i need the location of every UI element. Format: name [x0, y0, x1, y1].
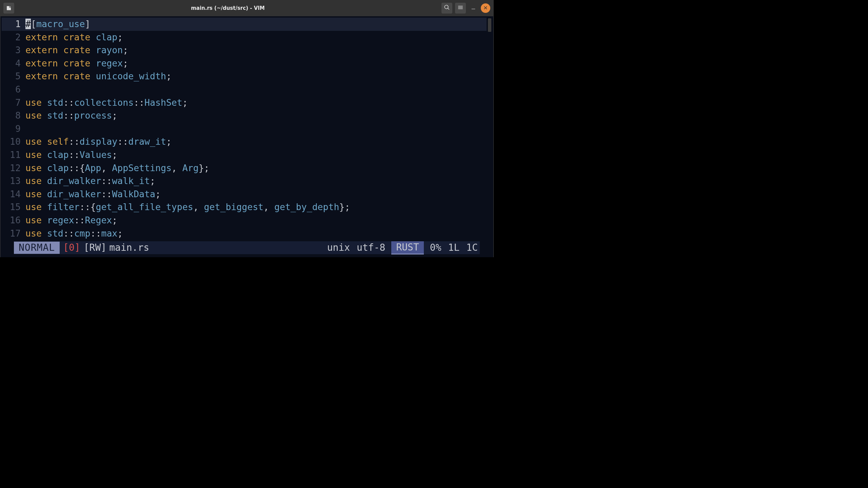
search-button[interactable]	[441, 3, 452, 14]
line-number-gutter: 14	[2, 188, 25, 201]
close-icon	[483, 5, 488, 12]
code-content[interactable]: use std::collections::HashSet;	[25, 96, 487, 109]
line-number-gutter: 10	[2, 135, 25, 148]
line-number-gutter: 8	[2, 109, 25, 122]
code-content[interactable]: use clap::{App, AppSettings, Arg};	[25, 162, 487, 175]
line-number-gutter: 3	[2, 44, 25, 57]
line-number-gutter: 9	[2, 122, 25, 136]
minimize-button[interactable]	[469, 3, 478, 13]
line-number-gutter: 17	[2, 227, 25, 240]
desktop-background	[0, 257, 494, 267]
code-line[interactable]: 4extern crate regex;	[2, 57, 487, 70]
code-line[interactable]: 8use std::process;	[2, 109, 487, 122]
scroll-percent: 0%	[427, 243, 445, 252]
code-line[interactable]: 6	[2, 83, 487, 96]
code-content[interactable]: use dir_walker::walk_it;	[25, 175, 487, 188]
code-content[interactable]	[25, 122, 487, 136]
code-line[interactable]: 9	[2, 122, 487, 136]
line-number-gutter: 6	[2, 83, 25, 96]
code-content[interactable]: #[macro_use]	[25, 18, 487, 31]
column-number: 1C	[463, 243, 480, 252]
line-number-gutter: 7	[2, 96, 25, 109]
statusline: NORMAL [0] [RW] main.rs unix utf-8 RUST …	[14, 241, 480, 254]
code-line[interactable]: 3extern crate rayon;	[2, 44, 487, 57]
code-line[interactable]: 5extern crate unicode_width;	[2, 70, 487, 83]
code-content[interactable]: use std::process;	[25, 109, 487, 122]
code-content[interactable]: use regex::Regex;	[25, 214, 487, 227]
line-number-gutter: 13	[2, 175, 25, 188]
code-content[interactable]: use clap::Values;	[25, 148, 487, 162]
svg-rect-0	[472, 9, 475, 9]
search-icon	[444, 4, 450, 12]
code-line[interactable]: 10use self::display::draw_it;	[2, 135, 487, 148]
line-number-gutter: 12	[2, 162, 25, 175]
line-number-gutter: 2	[2, 31, 25, 44]
code-line[interactable]: 7use std::collections::HashSet;	[2, 96, 487, 109]
code-line[interactable]: 12use clap::{App, AppSettings, Arg};	[2, 162, 487, 175]
scrollbar-thumb[interactable]	[488, 18, 491, 32]
code-line[interactable]: 11use clap::Values;	[2, 148, 487, 162]
line-number-gutter: 5	[2, 70, 25, 83]
fileformat: unix	[324, 243, 353, 252]
hamburger-icon	[457, 4, 463, 12]
editor-viewport[interactable]: 1#[macro_use]2extern crate clap;3extern …	[0, 16, 494, 267]
buffer-indicator: [0]	[60, 243, 84, 252]
code-content[interactable]: extern crate regex;	[25, 57, 487, 70]
menu-button[interactable]	[455, 3, 466, 14]
mode-indicator: NORMAL	[14, 242, 60, 254]
code-area[interactable]: 1#[macro_use]2extern crate clap;3extern …	[2, 18, 487, 240]
code-content[interactable]: use self::display::draw_it;	[25, 135, 487, 148]
filename: main.rs	[109, 243, 149, 252]
code-content[interactable]: use dir_walker::WalkData;	[25, 188, 487, 201]
code-line[interactable]: 14use dir_walker::WalkData;	[2, 188, 487, 201]
code-content[interactable]: extern crate rayon;	[25, 44, 487, 57]
code-line[interactable]: 13use dir_walker::walk_it;	[2, 175, 487, 188]
window-title: main.rs (~/dust/src) - VIM	[14, 5, 441, 11]
code-line[interactable]: 2extern crate clap;	[2, 31, 487, 44]
terminal-window: main.rs (~/dust/src) - VIM	[0, 0, 494, 267]
code-content[interactable]	[25, 83, 487, 96]
code-line[interactable]: 1#[macro_use]	[2, 18, 487, 31]
code-line[interactable]: 16use regex::Regex;	[2, 214, 487, 227]
line-number: 1L	[445, 243, 463, 252]
titlebar: main.rs (~/dust/src) - VIM	[0, 0, 494, 16]
code-content[interactable]: use filter::{get_all_file_types, get_big…	[25, 201, 487, 214]
minimize-icon	[470, 4, 476, 12]
encoding: utf-8	[353, 243, 389, 252]
line-number-gutter: 16	[2, 214, 25, 227]
code-content[interactable]: extern crate clap;	[25, 31, 487, 44]
line-number-gutter: 11	[2, 148, 25, 162]
filetype-badge: RUST	[391, 241, 423, 255]
code-line[interactable]: 15use filter::{get_all_file_types, get_b…	[2, 201, 487, 214]
code-content[interactable]: extern crate unicode_width;	[25, 70, 487, 83]
line-number-gutter: 4	[2, 57, 25, 70]
code-content[interactable]: use std::cmp::max;	[25, 227, 487, 240]
close-button[interactable]	[481, 3, 490, 13]
code-line[interactable]: 17use std::cmp::max;	[2, 227, 487, 240]
readwrite-indicator: [RW]	[84, 243, 109, 252]
line-number-gutter: 15	[2, 201, 25, 214]
new-tab-button[interactable]	[3, 3, 14, 14]
line-number-gutter: 1	[2, 18, 25, 31]
